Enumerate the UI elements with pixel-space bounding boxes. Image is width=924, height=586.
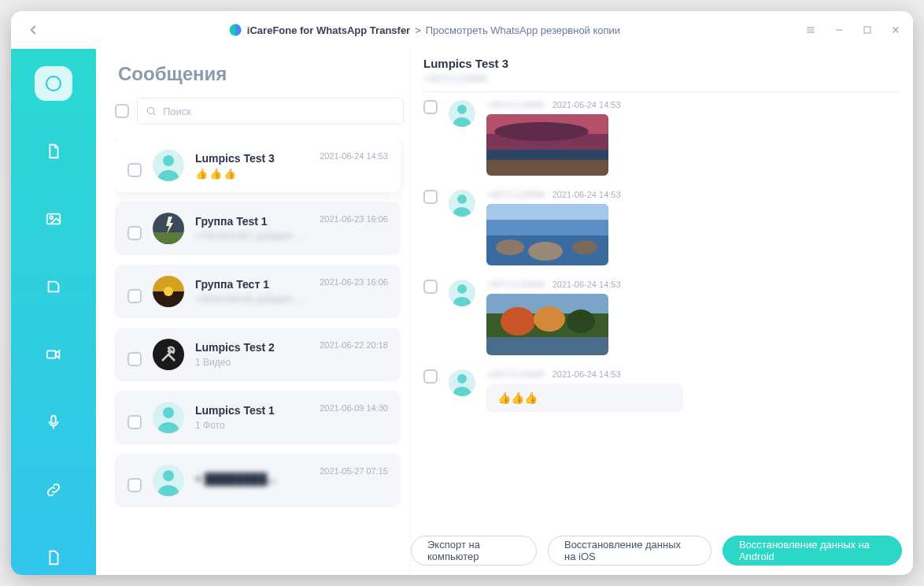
svg-point-35 xyxy=(567,310,595,333)
chat-checkbox[interactable] xyxy=(128,226,142,240)
close-button[interactable] xyxy=(889,24,902,36)
chat-checkbox[interactable] xyxy=(128,352,142,366)
image-attachment[interactable] xyxy=(486,294,608,355)
conversation-header: Lumpics Test 3 +38721120848 xyxy=(423,57,900,92)
sidebar-item-messages[interactable] xyxy=(35,66,72,101)
svg-point-33 xyxy=(501,307,535,336)
chat-preview: 1 Видео xyxy=(195,357,309,368)
sidebar-item-links[interactable] xyxy=(35,473,72,507)
restore-android-button[interactable]: Восстановление данных на Android xyxy=(723,536,902,566)
svg-rect-22 xyxy=(486,160,608,176)
avatar xyxy=(153,339,184,370)
back-button[interactable] xyxy=(22,19,44,41)
sidebar-item-video[interactable] xyxy=(35,337,72,372)
svg-point-28 xyxy=(528,242,563,261)
chat-info: Lumpics Test 11 Фото xyxy=(195,404,309,431)
svg-point-27 xyxy=(496,239,524,255)
document-icon xyxy=(45,143,62,160)
svg-point-7 xyxy=(147,107,153,113)
maximize-icon xyxy=(863,25,872,35)
search-icon xyxy=(146,106,157,117)
chat-checkbox[interactable] xyxy=(128,163,142,177)
body: Сообщения Поиск Lumpics Test 3👍👍👍2021-06… xyxy=(11,49,913,575)
svg-rect-36 xyxy=(486,337,608,355)
svg-point-8 xyxy=(163,155,174,166)
chat-name: Lumpics Test 3 xyxy=(195,152,309,165)
message-checkbox[interactable] xyxy=(423,190,438,204)
message-meta: +387211208482021-06-24 14:53 xyxy=(486,280,621,289)
chat-preview: +3034109128 добавил +30946321716 xyxy=(195,294,309,305)
avatar xyxy=(153,402,184,433)
message-checkbox[interactable] xyxy=(423,369,438,384)
message-checkbox[interactable] xyxy=(423,280,438,294)
chat-checkbox[interactable] xyxy=(128,478,142,492)
chat-preview: 👍👍👍 xyxy=(195,168,309,180)
message-sender: +38721120848 xyxy=(486,190,545,199)
chat-info: Группа Тест 1+3034109128 добавил +309463… xyxy=(195,278,309,305)
chat-checkbox[interactable] xyxy=(128,415,142,429)
chat-list-title: Сообщения xyxy=(118,63,404,85)
chat-preview: +7912031467 добавил +30946321716 xyxy=(195,231,309,242)
select-all-checkbox[interactable] xyxy=(115,104,129,118)
image-attachment[interactable] xyxy=(486,204,608,265)
export-button[interactable]: Экспорт на компьютер xyxy=(411,536,537,566)
chat-item[interactable]: Lumpics Test 3👍👍👍2021-06-24 14:53 xyxy=(115,139,401,192)
menu-icon xyxy=(805,24,816,35)
message-time: 2021-06-24 14:53 xyxy=(553,369,621,379)
avatar xyxy=(449,280,475,306)
chat-item[interactable]: Lumpics Test 11 Фото2021-06-09 14:30 xyxy=(115,391,401,444)
message-item: +387211208482021-06-24 14:53👍👍👍 xyxy=(423,369,900,412)
avatar xyxy=(153,465,184,496)
message-bubble: 👍👍👍 xyxy=(486,384,683,412)
search-placeholder: Поиск xyxy=(163,106,191,117)
message-meta: +387211208482021-06-24 14:53 xyxy=(486,100,621,109)
message-item: +387211208482021-06-24 14:53 xyxy=(423,100,900,176)
menu-button[interactable] xyxy=(804,24,817,36)
minimize-button[interactable] xyxy=(833,24,845,36)
message-sender: +38721120848 xyxy=(486,100,545,109)
sidebar-item-files[interactable] xyxy=(35,540,72,575)
chat-name: Lumpics Test 2 xyxy=(195,341,309,354)
message-list: +387211208482021-06-24 14:53+38721120848… xyxy=(423,100,900,575)
sidebar-item-stickers[interactable] xyxy=(35,269,72,304)
sidebar-item-audio[interactable] xyxy=(35,405,72,440)
maximize-button[interactable] xyxy=(861,24,874,36)
message-sender: +38721120848 xyxy=(486,280,545,289)
message-sender: +38721120848 xyxy=(486,369,545,379)
microphone-icon xyxy=(45,414,62,431)
chat-checkbox[interactable] xyxy=(128,289,142,303)
restore-ios-button[interactable]: Восстановление данных на iOS xyxy=(548,536,711,566)
close-icon xyxy=(890,24,901,35)
svg-point-20 xyxy=(494,122,589,141)
avatar xyxy=(449,190,475,217)
avatar xyxy=(449,100,475,127)
svg-rect-1 xyxy=(864,27,870,33)
chat-time: 2021-06-23 16:06 xyxy=(320,277,388,287)
message-item: +387211208482021-06-24 14:53 xyxy=(423,190,900,265)
svg-point-29 xyxy=(572,240,597,254)
image-icon xyxy=(45,210,62,228)
message-meta: +387211208482021-06-24 14:53 xyxy=(486,190,621,199)
message-checkbox[interactable] xyxy=(423,100,438,114)
svg-point-37 xyxy=(457,374,467,384)
chat-name: Lumpics Test 1 xyxy=(195,404,309,417)
chat-info: Lumpics Test 3👍👍👍 xyxy=(195,152,309,180)
message-time: 2021-06-24 14:53 xyxy=(553,280,621,289)
breadcrumb: iCareFone for WhatsApp Transfer > Просмо… xyxy=(44,23,804,37)
conversation-number: +38721120848 xyxy=(423,73,486,84)
chat-item[interactable]: Группа Test 1+7912031467 добавил +309463… xyxy=(115,202,401,255)
chat-icon xyxy=(44,74,63,93)
chat-name: + ████████... xyxy=(195,473,309,485)
chat-time: 2021-06-22 20:18 xyxy=(320,340,388,350)
svg-point-4 xyxy=(50,216,53,219)
chat-time: 2021-06-09 14:30 xyxy=(320,403,388,413)
chat-time: 2021-06-23 16:06 xyxy=(320,214,388,224)
chat-item[interactable]: Lumpics Test 21 Видео2021-06-22 20:18 xyxy=(115,328,401,381)
action-bar: Экспорт на компьютер Восстановление данн… xyxy=(411,536,902,566)
sidebar-item-photos[interactable] xyxy=(35,202,72,236)
sidebar-item-documents[interactable] xyxy=(35,134,72,169)
search-input[interactable]: Поиск xyxy=(137,98,404,124)
chat-item[interactable]: Группа Тест 1+3034109128 добавил +309463… xyxy=(115,265,401,318)
image-attachment[interactable] xyxy=(486,114,608,176)
chat-item[interactable]: + ████████...2021-05-27 07:15 xyxy=(115,454,401,507)
